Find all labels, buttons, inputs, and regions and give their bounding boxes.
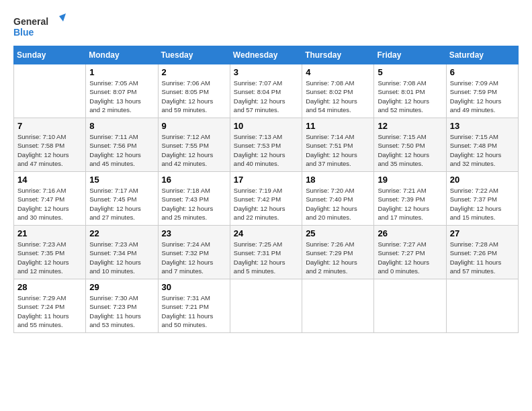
day-info: Sunrise: 7:15 AM Sunset: 7:48 PM Dayligh…: [450, 132, 515, 168]
calendar-cell: [230, 279, 302, 333]
calendar-week-4: 21Sunrise: 7:23 AM Sunset: 7:35 PM Dayli…: [14, 226, 519, 279]
day-info: Sunrise: 7:14 AM Sunset: 7:51 PM Dayligh…: [306, 132, 370, 168]
day-info: Sunrise: 7:24 AM Sunset: 7:32 PM Dayligh…: [162, 240, 226, 275]
calendar-table: SundayMondayTuesdayWednesdayThursdayFrid…: [13, 46, 519, 333]
logo-svg: General Blue: [13, 13, 67, 39]
svg-text:General: General: [13, 16, 48, 27]
calendar-cell: [14, 64, 86, 118]
calendar-week-1: 1Sunrise: 7:05 AM Sunset: 8:07 PM Daylig…: [14, 64, 519, 118]
day-info: Sunrise: 7:30 AM Sunset: 7:23 PM Dayligh…: [89, 293, 154, 329]
calendar-week-3: 14Sunrise: 7:16 AM Sunset: 7:47 PM Dayli…: [14, 172, 519, 226]
day-number: 1: [89, 67, 154, 77]
day-number: 6: [450, 67, 515, 77]
calendar-cell: 14Sunrise: 7:16 AM Sunset: 7:47 PM Dayli…: [14, 172, 86, 226]
calendar-cell: 22Sunrise: 7:23 AM Sunset: 7:34 PM Dayli…: [86, 226, 158, 279]
column-header-saturday: Saturday: [446, 46, 518, 64]
calendar-cell: 21Sunrise: 7:23 AM Sunset: 7:35 PM Dayli…: [14, 226, 86, 279]
day-info: Sunrise: 7:05 AM Sunset: 8:07 PM Dayligh…: [89, 79, 154, 114]
day-number: 19: [378, 175, 442, 185]
day-info: Sunrise: 7:19 AM Sunset: 7:42 PM Dayligh…: [234, 186, 298, 222]
day-info: Sunrise: 7:07 AM Sunset: 8:04 PM Dayligh…: [234, 79, 298, 114]
calendar-cell: 5Sunrise: 7:08 AM Sunset: 8:01 PM Daylig…: [374, 64, 446, 118]
day-number: 16: [162, 175, 226, 185]
column-header-wednesday: Wednesday: [230, 46, 302, 64]
day-info: Sunrise: 7:16 AM Sunset: 7:47 PM Dayligh…: [17, 186, 82, 222]
day-info: Sunrise: 7:09 AM Sunset: 7:59 PM Dayligh…: [450, 79, 515, 114]
calendar-header-row: SundayMondayTuesdayWednesdayThursdayFrid…: [14, 46, 519, 64]
page-header: General Blue: [13, 13, 519, 39]
day-info: Sunrise: 7:20 AM Sunset: 7:40 PM Dayligh…: [306, 186, 370, 222]
column-header-sunday: Sunday: [14, 46, 86, 64]
calendar-cell: 25Sunrise: 7:26 AM Sunset: 7:29 PM Dayli…: [302, 226, 374, 279]
day-number: 21: [17, 228, 82, 238]
calendar-cell: 29Sunrise: 7:30 AM Sunset: 7:23 PM Dayli…: [86, 279, 158, 333]
calendar-cell: 7Sunrise: 7:10 AM Sunset: 7:58 PM Daylig…: [14, 118, 86, 172]
calendar-cell: 16Sunrise: 7:18 AM Sunset: 7:43 PM Dayli…: [158, 172, 230, 226]
day-info: Sunrise: 7:23 AM Sunset: 7:35 PM Dayligh…: [17, 240, 82, 275]
calendar-cell: 18Sunrise: 7:20 AM Sunset: 7:40 PM Dayli…: [302, 172, 374, 226]
day-info: Sunrise: 7:26 AM Sunset: 7:29 PM Dayligh…: [306, 240, 370, 275]
calendar-cell: 13Sunrise: 7:15 AM Sunset: 7:48 PM Dayli…: [446, 118, 518, 172]
day-info: Sunrise: 7:21 AM Sunset: 7:39 PM Dayligh…: [378, 186, 442, 222]
day-info: Sunrise: 7:15 AM Sunset: 7:50 PM Dayligh…: [378, 132, 442, 168]
calendar-cell: 6Sunrise: 7:09 AM Sunset: 7:59 PM Daylig…: [446, 64, 518, 118]
day-info: Sunrise: 7:11 AM Sunset: 7:56 PM Dayligh…: [89, 132, 154, 168]
calendar-cell: 17Sunrise: 7:19 AM Sunset: 7:42 PM Dayli…: [230, 172, 302, 226]
day-number: 15: [89, 175, 154, 185]
column-header-thursday: Thursday: [302, 46, 374, 64]
calendar-cell: 8Sunrise: 7:11 AM Sunset: 7:56 PM Daylig…: [86, 118, 158, 172]
day-number: 12: [378, 121, 442, 131]
calendar-cell: 9Sunrise: 7:12 AM Sunset: 7:55 PM Daylig…: [158, 118, 230, 172]
calendar-cell: 28Sunrise: 7:29 AM Sunset: 7:24 PM Dayli…: [14, 279, 86, 333]
calendar-week-5: 28Sunrise: 7:29 AM Sunset: 7:24 PM Dayli…: [14, 279, 519, 333]
column-header-friday: Friday: [374, 46, 446, 64]
day-number: 18: [306, 175, 370, 185]
day-info: Sunrise: 7:12 AM Sunset: 7:55 PM Dayligh…: [162, 132, 226, 168]
day-info: Sunrise: 7:27 AM Sunset: 7:27 PM Dayligh…: [378, 240, 442, 275]
logo: General Blue: [13, 13, 67, 39]
day-number: 26: [378, 228, 442, 238]
day-info: Sunrise: 7:13 AM Sunset: 7:53 PM Dayligh…: [234, 132, 298, 168]
calendar-cell: 12Sunrise: 7:15 AM Sunset: 7:50 PM Dayli…: [374, 118, 446, 172]
calendar-cell: 15Sunrise: 7:17 AM Sunset: 7:45 PM Dayli…: [86, 172, 158, 226]
calendar-cell: 26Sunrise: 7:27 AM Sunset: 7:27 PM Dayli…: [374, 226, 446, 279]
day-number: 27: [450, 228, 515, 238]
day-number: 4: [306, 67, 370, 77]
day-number: 23: [162, 228, 226, 238]
day-info: Sunrise: 7:08 AM Sunset: 8:01 PM Dayligh…: [378, 79, 442, 114]
column-header-monday: Monday: [86, 46, 158, 64]
day-number: 17: [234, 175, 298, 185]
day-info: Sunrise: 7:23 AM Sunset: 7:34 PM Dayligh…: [89, 240, 154, 275]
day-number: 25: [306, 228, 370, 238]
day-number: 2: [162, 67, 226, 77]
calendar-cell: 24Sunrise: 7:25 AM Sunset: 7:31 PM Dayli…: [230, 226, 302, 279]
calendar-cell: [302, 279, 374, 333]
calendar-cell: 11Sunrise: 7:14 AM Sunset: 7:51 PM Dayli…: [302, 118, 374, 172]
day-info: Sunrise: 7:28 AM Sunset: 7:26 PM Dayligh…: [450, 240, 515, 275]
calendar-cell: 10Sunrise: 7:13 AM Sunset: 7:53 PM Dayli…: [230, 118, 302, 172]
day-number: 22: [89, 228, 154, 238]
day-number: 24: [234, 228, 298, 238]
calendar-cell: [446, 279, 518, 333]
day-number: 29: [89, 282, 154, 292]
day-info: Sunrise: 7:31 AM Sunset: 7:21 PM Dayligh…: [162, 293, 226, 329]
day-number: 13: [450, 121, 515, 131]
day-number: 11: [306, 121, 370, 131]
day-info: Sunrise: 7:29 AM Sunset: 7:24 PM Dayligh…: [17, 293, 82, 329]
day-number: 8: [89, 121, 154, 131]
calendar-cell: 23Sunrise: 7:24 AM Sunset: 7:32 PM Dayli…: [158, 226, 230, 279]
calendar-cell: [374, 279, 446, 333]
calendar-cell: 4Sunrise: 7:08 AM Sunset: 8:02 PM Daylig…: [302, 64, 374, 118]
day-info: Sunrise: 7:17 AM Sunset: 7:45 PM Dayligh…: [89, 186, 154, 222]
day-number: 30: [162, 282, 226, 292]
day-info: Sunrise: 7:08 AM Sunset: 8:02 PM Dayligh…: [306, 79, 370, 114]
calendar-cell: 2Sunrise: 7:06 AM Sunset: 8:05 PM Daylig…: [158, 64, 230, 118]
calendar-cell: 20Sunrise: 7:22 AM Sunset: 7:37 PM Dayli…: [446, 172, 518, 226]
day-number: 7: [17, 121, 82, 131]
day-info: Sunrise: 7:25 AM Sunset: 7:31 PM Dayligh…: [234, 240, 298, 275]
day-number: 10: [234, 121, 298, 131]
day-info: Sunrise: 7:06 AM Sunset: 8:05 PM Dayligh…: [162, 79, 226, 114]
day-number: 3: [234, 67, 298, 77]
day-info: Sunrise: 7:10 AM Sunset: 7:58 PM Dayligh…: [17, 132, 82, 168]
day-info: Sunrise: 7:22 AM Sunset: 7:37 PM Dayligh…: [450, 186, 515, 222]
